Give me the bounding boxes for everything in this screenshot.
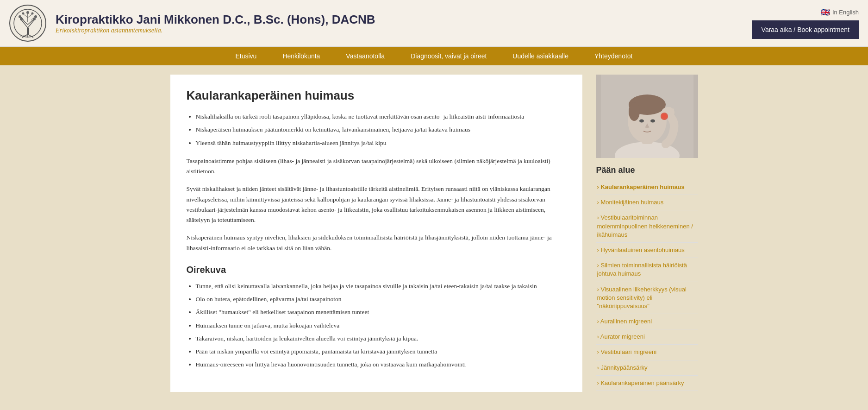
sidebar-content: Pään alue Kaularankaperäinen huimaus Mon… [596,158,698,391]
sidebar-section-title: Pään alue [596,165,698,175]
sidebar-link-item: Visuaalinen liikeherkkyys (visual motion… [596,282,698,315]
svg-point-35 [662,114,667,119]
sidebar-link[interactable]: Silmien toiminnallisista häiriöistä joht… [596,258,698,281]
list-item: Tunne, että olisi keinuttavalla laivanka… [196,282,566,291]
paragraph-2: Syvät niskalihakset ja niiden jänteet si… [187,184,566,225]
sidebar-link[interactable]: Aurator migreeni [596,329,698,344]
paragraph-1: Tasapainoaistimme pohjaa sisäiseen (liha… [187,156,566,177]
list-item: Niskalihaksilla on tärkeä rooli tasapain… [196,112,566,121]
sidebar-link-item: Vestibulaari migreeni [596,345,698,360]
main-nav: Etusivu Henkilökunta Vastaanotolla Diagn… [0,47,868,65]
sidebar-link-item: Kaularankaperäinen päänsärky [596,376,698,391]
flag-icon: 🇬🇧 [821,8,830,17]
svg-point-28 [639,120,644,123]
sidebar-link-item: Vestibulaaritoiminnan molemminpuolinen h… [596,210,698,243]
person-image [601,75,693,158]
sidebar-link[interactable]: Hyvänlaatuinen asentohuimaus [596,243,698,258]
sidebar-link-item: Aurallinen migreeni [596,314,698,329]
nav-etusivu[interactable]: Etusivu [222,47,269,65]
logo [9,5,46,42]
header-left: Kiropraktikko Jani Mikkonen D.C., B.Sc. … [9,5,375,42]
svg-point-19 [26,11,29,14]
svg-line-12 [28,14,32,18]
svg-point-16 [33,18,36,20]
nav-vastaanotolla[interactable]: Vastaanotolla [333,47,398,65]
lang-label: In English [832,9,859,16]
header-right: 🇬🇧 In English Varaa aika / Book appointm… [752,8,859,39]
svg-point-29 [650,120,655,123]
sidebar-link[interactable]: Monitekijäinen huimaus [596,195,698,210]
page-heading: Kaularankaperäinen huimaus [187,88,566,103]
sidebar-links: Kaularankaperäinen huimaus Monitekijäine… [596,180,698,391]
site-title: Kiropraktikko Jani Mikkonen D.C., B.Sc. … [56,13,375,27]
sidebar-link-item: Monitekijäinen huimaus [596,195,698,210]
list-item: Takaraivon, niskan, hartioiden ja leukai… [196,334,566,343]
sidebar-link-item: Hyvänlaatuinen asentohuimaus [596,243,698,258]
sidebar-link-item: Jännitypäänsärky [596,360,698,376]
book-appointment-button[interactable]: Varaa aika / Book appointment [752,20,859,39]
svg-point-27 [629,102,640,121]
svg-point-15 [20,18,23,20]
list-item: Huimauksen tunne on jatkuva, mutta kokoa… [196,321,566,330]
nav-diagnoosit[interactable]: Diagnoosit, vaivat ja oireet [398,47,500,65]
svg-line-11 [23,14,28,18]
svg-point-20 [22,12,24,14]
sidebar-image [596,75,698,158]
sidebar-link-item: Silmien toiminnallisista häiriöistä joht… [596,258,698,282]
header-title: Kiropraktikko Jani Mikkonen D.C., B.Sc. … [56,13,375,34]
sidebar-link[interactable]: Vestibulaari migreeni [596,345,698,360]
sidebar-link[interactable]: Visuaalinen liikeherkkyys (visual motion… [596,282,698,314]
subheading-oirekuva: Oirekuva [187,265,566,275]
bullet-list-2: Tunne, että olisi keinuttavalla laivanka… [196,282,566,370]
header: Kiropraktikko Jani Mikkonen D.C., B.Sc. … [0,0,868,47]
svg-point-18 [34,15,37,18]
svg-rect-32 [668,107,671,114]
list-item: Pään tai niskan ympärillä voi esiintyä p… [196,347,566,356]
nav-yhteydenotot[interactable]: Yhteydenotot [581,47,646,65]
sidebar-link[interactable]: Kaularankaperäinen huimaus [596,180,698,195]
svg-rect-33 [672,108,674,114]
list-item: Huimaus-oireeseen voi liittyä lievää huo… [196,360,566,369]
language-link[interactable]: 🇬🇧 In English [821,8,859,17]
sidebar-link[interactable]: Kaularankaperäinen päänsärky [596,376,698,391]
sidebar-link-item: Kaularankaperäinen huimaus [596,180,698,195]
list-item: Olo on hutera, epätodellinen, epävarma j… [196,295,566,304]
svg-point-17 [19,15,21,18]
site-subtitle: Erikoiskiropraktikon asiantuntemuksella. [56,27,375,34]
sidebar-link[interactable]: Jännitypäänsärky [596,360,698,375]
svg-line-5 [20,36,25,36]
main-wrapper: Kaularankaperäinen huimaus Niskalihaksil… [161,65,707,401]
list-item: Yleensä tähän huimaustyyppiin liittyy ni… [196,139,566,148]
sidebar: Pään alue Kaularankaperäinen huimaus Mon… [596,75,698,392]
nav-uudelle[interactable]: Uudelle asiakkaalle [500,47,581,65]
nav-henkilokunta[interactable]: Henkilökunta [269,47,333,65]
paragraph-3: Niskaperäinen huimaus syntyy nivelien, l… [187,233,566,253]
content-area: Kaularankaperäinen huimaus Niskalihaksil… [170,75,582,392]
sidebar-link-item: Aurator migreeni [596,329,698,345]
bullet-list-1: Niskalihaksilla on tärkeä rooli tasapain… [196,112,566,148]
svg-rect-1 [27,28,29,34]
list-item: Äkilliset "humaukset" eli hetkelliset ta… [196,308,566,317]
sidebar-link[interactable]: Vestibulaaritoiminnan molemminpuolinen h… [596,210,698,242]
list-item: Niskaperäisen huimauksen päätuntomerkki … [196,125,566,134]
logo-icon [13,8,43,38]
sidebar-link[interactable]: Aurallinen migreeni [596,314,698,329]
svg-point-21 [31,12,33,14]
